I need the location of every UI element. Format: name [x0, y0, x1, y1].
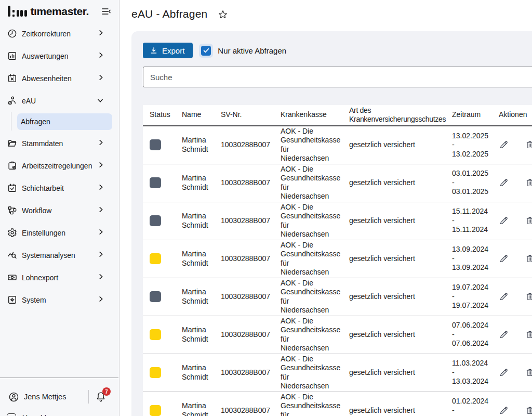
delete-trash-icon[interactable] — [525, 330, 532, 340]
chevron-right-icon — [98, 228, 104, 237]
cell-krankenkasse: AOK - Die Gesundheitskasse für Niedersac… — [281, 202, 349, 240]
sidebar-collapse-icon[interactable] — [101, 6, 112, 17]
notifications-button[interactable]: 7 — [96, 391, 106, 402]
chevron-right-icon — [98, 273, 104, 282]
cell-name: Martina Schmidt — [182, 316, 221, 354]
calendar-check-icon — [7, 183, 17, 193]
sidebar-item-schichtarbeit[interactable]: Schichtarbeit — [0, 177, 118, 199]
logout-icon — [7, 413, 16, 416]
export-button[interactable]: Export — [143, 43, 193, 58]
cell-name: Martina Schmidt — [182, 392, 221, 416]
cell-name: Martina Schmidt — [182, 278, 221, 316]
active-filter-checkbox[interactable]: Nur aktive Abfragen — [199, 44, 286, 58]
cell-sv-nr: 10030288B007 — [221, 316, 281, 354]
chevron-right-icon — [98, 139, 104, 148]
sidebar-item-eau[interactable]: eAU — [0, 89, 118, 112]
sidebar-item-arbeitszeitregelungen[interactable]: Arbeitszeitregelungen — [0, 154, 118, 177]
delete-trash-icon[interactable] — [525, 216, 532, 226]
chevron-right-icon — [98, 74, 104, 83]
table-row: Martina Schmidt 10030288B007 AOK - Die G… — [143, 240, 532, 278]
col-krankenkasse: Krankenkasse — [281, 105, 349, 126]
sidebar-item-stammdaten[interactable]: Stammdaten — [0, 132, 118, 154]
delete-trash-icon[interactable] — [525, 254, 532, 264]
chevron-right-icon — [98, 184, 104, 192]
table-header-row: Status Name SV-Nr. Krankenkasse Art des … — [143, 105, 532, 126]
table-row: Martina Schmidt 10030288B007 AOK - Die G… — [143, 126, 532, 164]
delete-trash-icon[interactable] — [525, 178, 532, 188]
app: { "sidebar": { "logo_text": "tımemaster.… — [0, 0, 532, 416]
page-title: eAU - Abfragen — [131, 8, 207, 20]
sidebar-footer: Jens Mettjes 7 Abmelden — [0, 378, 118, 416]
status-badge — [150, 329, 161, 340]
delete-trash-icon[interactable] — [525, 140, 532, 150]
user-name: Jens Mettjes — [24, 393, 66, 401]
cell-art: gesetzlich versichert — [349, 126, 452, 164]
cell-krankenkasse: AOK - Die Gesundheitskasse für Niedersac… — [281, 126, 349, 164]
sidebar-item-system[interactable]: System — [0, 289, 118, 311]
favorite-star-icon[interactable] — [218, 9, 228, 22]
table-row: Martina Schmidt 10030288B007 AOK - Die G… — [143, 202, 532, 240]
cell-krankenkasse: AOK - Die Gesundheitskasse für Niedersac… — [281, 354, 349, 392]
status-badge — [150, 139, 161, 150]
edit-pencil-icon[interactable] — [499, 178, 509, 188]
cell-sv-nr: 10030288B007 — [221, 354, 281, 392]
edit-pencil-icon[interactable] — [499, 368, 509, 378]
sidebar-item-auswertungen[interactable]: Auswertungen — [0, 45, 118, 67]
sidebar-subitem-block: Abfragen — [0, 112, 118, 132]
cell-art: gesetzlich versichert — [349, 392, 452, 416]
col-aktionen: Aktionen — [499, 105, 532, 126]
user-row[interactable]: Jens Mettjes 7 — [8, 389, 106, 404]
cell-zeitraum: 11.03.2024-13.03.2024 — [452, 354, 499, 392]
cell-sv-nr: 10030288B007 — [221, 202, 281, 240]
chevron-right-icon — [98, 51, 104, 60]
logo-row: tımemaster. — [0, 0, 119, 22]
sidebar-subitem-abfragen[interactable]: Abfragen — [17, 113, 112, 130]
delete-trash-icon[interactable] — [525, 368, 532, 378]
cell-name: Martina Schmidt — [182, 126, 221, 164]
logo-text: tımemaster. — [31, 5, 89, 18]
footer-divider — [88, 390, 89, 404]
chevron-right-icon — [98, 251, 104, 259]
checkbox-checked — [201, 46, 211, 56]
edit-pencil-icon[interactable] — [499, 140, 509, 150]
edit-pencil-icon[interactable] — [499, 406, 509, 415]
col-status: Status — [143, 105, 182, 126]
sidebar-bottom-partial-item[interactable]: Abmelden — [7, 413, 55, 416]
delete-trash-icon[interactable] — [525, 406, 532, 415]
sidebar-item-einstellungen[interactable]: Einstellungen — [0, 222, 118, 244]
download-icon — [150, 46, 158, 55]
edit-pencil-icon[interactable] — [499, 292, 509, 302]
sidebar-item-workflow[interactable]: Workflow — [0, 199, 118, 222]
cell-art: gesetzlich versichert — [349, 202, 452, 240]
bar-chart-icon — [7, 51, 17, 61]
edit-pencil-icon[interactable] — [499, 330, 509, 340]
sidebar-item-systemanalysen[interactable]: Systemanalysen — [0, 244, 118, 266]
delete-trash-icon[interactable] — [525, 292, 532, 302]
edit-pencil-icon[interactable] — [499, 216, 509, 226]
cell-zeitraum: 19.07.2024-19.07.2024 — [452, 278, 499, 316]
sidebar-item-abwesenheiten[interactable]: Abwesenheiten — [0, 67, 118, 89]
sidebar-item-lohnexport[interactable]: Lohnexport — [0, 266, 118, 289]
edit-pencil-icon[interactable] — [499, 254, 509, 264]
table-row: Martina Schmidt 10030288B007 AOK - Die G… — [143, 354, 532, 392]
checkbox-label: Nur aktive Abfragen — [218, 46, 286, 55]
search-input[interactable] — [143, 67, 532, 87]
sidebar-item-zeitkorrekturen[interactable]: Zeitkorrekturen — [0, 22, 118, 45]
cell-art: gesetzlich versichert — [349, 316, 452, 354]
cell-sv-nr: 10030288B007 — [221, 392, 281, 416]
status-badge — [150, 177, 161, 188]
table-row: Martina Schmidt 10030288B007 AOK - Die G… — [143, 164, 532, 202]
cell-sv-nr: 10030288B007 — [221, 126, 281, 164]
toolbar: Export Nur aktive Abfragen — [143, 43, 532, 58]
cell-sv-nr: 10030288B007 — [221, 240, 281, 278]
folder-icon — [7, 138, 17, 148]
status-badge — [150, 215, 161, 226]
sidebar: tımemaster. Zeitkorrekturen Auswertungen… — [0, 0, 119, 416]
cell-name: Martina Schmidt — [182, 202, 221, 240]
cell-name: Martina Schmidt — [182, 354, 221, 392]
col-art: Art des Krankenversicherungsschutzes — [349, 105, 452, 126]
tree-line — [11, 112, 11, 131]
cell-zeitraum: 13.09.2024-13.09.2024 — [452, 240, 499, 278]
col-zeitraum: Zeitraum — [452, 105, 499, 126]
cell-zeitraum: 15.11.2024-15.11.2024 — [452, 202, 499, 240]
